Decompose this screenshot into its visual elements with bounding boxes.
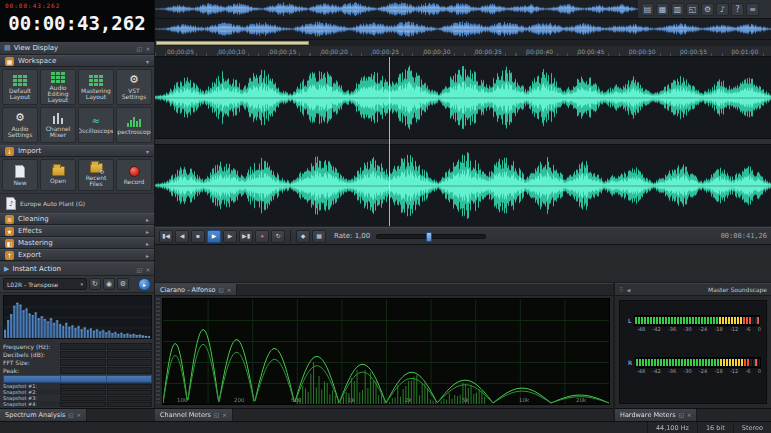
section-import[interactable]: ↓ Import ▾ xyxy=(0,145,154,157)
panel-window-buttons: ◱ × xyxy=(136,45,150,52)
skip-start-button[interactable]: ▮◀ xyxy=(159,230,173,243)
section-effects[interactable]: ★Effects▸ xyxy=(0,225,154,237)
recent-file-item[interactable]: Europe Auto Plant (G) xyxy=(0,193,154,213)
chevron-down-icon[interactable]: ▾ xyxy=(146,58,149,65)
snapshot-row[interactable]: Snapshot #4: xyxy=(3,401,152,407)
menu-icon[interactable]: ≡ xyxy=(746,3,759,16)
section-export[interactable]: ↑Export▸ xyxy=(0,249,154,261)
skip-end-button[interactable]: ▶▮ xyxy=(239,230,253,243)
workspace-item-default-layout[interactable]: Default Layout xyxy=(2,69,38,105)
import-item-record[interactable]: Record xyxy=(116,159,152,191)
settings-icon[interactable]: ⚙ xyxy=(701,3,714,16)
workspace-item-mastering-layout[interactable]: Mastering Layout xyxy=(78,69,114,105)
tab-hardware-meters[interactable]: Hardware Meters ◱ × xyxy=(615,409,697,421)
workspace-item-oscilloscope[interactable]: ≈Oscilloscope xyxy=(78,107,114,143)
window-layout-icon[interactable]: ◱ xyxy=(686,3,699,16)
apply-button[interactable]: ▸ xyxy=(138,278,151,291)
loop-button[interactable]: ↻ xyxy=(271,230,285,243)
rate-slider[interactable] xyxy=(376,234,486,239)
document-tab[interactable]: Ciarano - Alfonso ◱ × xyxy=(155,284,237,295)
scale-label: -12 xyxy=(730,368,738,374)
snap-button[interactable]: ▦ xyxy=(312,230,326,243)
playhead-cursor[interactable] xyxy=(389,57,390,226)
overview-waveform-top[interactable] xyxy=(155,0,638,19)
panel-drag-handle[interactable] xyxy=(156,298,160,403)
panel-drag-handle[interactable]: ⠿ xyxy=(619,286,623,293)
close-icon[interactable]: × xyxy=(77,412,82,418)
x-axis-label: 20k xyxy=(576,397,586,403)
mixer-view-icon[interactable]: ▥ xyxy=(671,3,684,16)
chevron-right-icon[interactable]: ▸ xyxy=(146,240,149,247)
section-mastering[interactable]: ◧Mastering▸ xyxy=(0,237,154,249)
spectrum-plot-canvas xyxy=(163,299,609,404)
rate-slider-thumb[interactable] xyxy=(426,232,432,242)
play-button[interactable]: ▶ xyxy=(207,230,221,243)
record-button[interactable]: ● xyxy=(255,230,269,243)
audio-icon[interactable]: ♪ xyxy=(716,3,729,16)
chevron-right-icon[interactable]: ▸ xyxy=(146,228,149,235)
grid-view-icon[interactable]: ▦ xyxy=(656,3,669,16)
recent-folder-icon xyxy=(90,163,103,173)
float-icon[interactable]: ◱ xyxy=(136,266,142,273)
chevron-down-icon[interactable]: ▾ xyxy=(146,148,149,155)
float-icon[interactable]: ◱ xyxy=(214,412,219,418)
hardware-meters-title: Master Soundscape xyxy=(708,286,767,293)
timeline-label: 00:00:05 xyxy=(167,48,194,55)
refresh-icon[interactable]: ↻ xyxy=(89,278,101,290)
settings-icon[interactable]: ⚙ xyxy=(117,278,129,290)
import-item-new[interactable]: New xyxy=(2,159,38,191)
view-display-tab[interactable]: ▤ View Display ◱ × xyxy=(0,42,154,55)
rewind-button[interactable]: ◀ xyxy=(175,230,189,243)
marker-button[interactable]: ◆ xyxy=(296,230,310,243)
import-item-recent-files[interactable]: Recent Files xyxy=(78,159,114,191)
workspace-item-audio-editing-layout[interactable]: Audio Editing Layout xyxy=(40,69,76,105)
scale-label: -36 xyxy=(668,368,676,374)
view-range-indicator[interactable] xyxy=(156,41,309,45)
chevron-left-icon[interactable]: ◀ xyxy=(626,287,630,293)
tab-channel-meters[interactable]: Channel Meters ◱ × xyxy=(155,409,233,421)
close-icon[interactable]: × xyxy=(145,266,150,273)
rate-label: Rate: 1,00 xyxy=(334,232,370,240)
preset-select[interactable]: L02R - Transpose ▾ xyxy=(3,278,87,290)
time-display: 00:00:43:262 00:00:43,262 xyxy=(0,0,155,42)
info-value xyxy=(60,343,106,350)
waveform-view-icon[interactable]: ▤ xyxy=(641,3,654,16)
tab-spectrum-analysis[interactable]: Spectrum Analysis ◱ × xyxy=(0,409,87,421)
float-icon[interactable]: ◱ xyxy=(136,45,142,52)
workspace-item-audio-settings[interactable]: ⚙Audio Settings xyxy=(2,107,38,143)
chevron-right-icon[interactable]: ▸ xyxy=(146,216,149,223)
instant-action-header[interactable]: ▶ Instant Action ◱ × xyxy=(0,263,154,276)
snapshot-value xyxy=(60,384,106,389)
float-icon[interactable]: ◱ xyxy=(68,412,73,418)
chevron-right-icon[interactable]: ▸ xyxy=(146,252,149,259)
fast-forward-button[interactable]: ▶ xyxy=(223,230,237,243)
snapshot-header-cell xyxy=(60,376,106,382)
timeline-ruler[interactable]: 00:00:0500:00:1000:00:1500:00:2000:00:25… xyxy=(155,46,771,57)
stop-button[interactable]: ■ xyxy=(191,230,205,243)
snapshot-icon[interactable]: ◉ xyxy=(103,278,115,290)
mixer-icon xyxy=(53,112,63,124)
close-icon[interactable]: × xyxy=(227,287,232,293)
status-item: 44,100 Hz xyxy=(647,422,697,433)
float-icon[interactable]: ◱ xyxy=(679,412,684,418)
waveform-channel-left[interactable] xyxy=(155,57,771,139)
float-icon[interactable]: ◱ xyxy=(219,287,224,293)
overview-waveform-nav[interactable] xyxy=(155,19,771,40)
close-icon[interactable]: × xyxy=(145,45,150,52)
close-icon[interactable]: × xyxy=(222,412,227,418)
workspace-icon: ▦ xyxy=(5,57,14,66)
import-item-open[interactable]: Open xyxy=(40,159,76,191)
hardware-meters-header: ⠿ ◀ Master Soundscape xyxy=(615,284,771,296)
timeline-label: 00:00:40 xyxy=(526,48,553,55)
x-axis-label: 1k xyxy=(348,397,355,403)
workspace-item-spectroscope[interactable]: Spectroscope xyxy=(116,107,152,143)
close-icon[interactable]: × xyxy=(687,412,692,418)
info-value xyxy=(107,367,153,374)
section-workspace[interactable]: ▦ Workspace ▾ xyxy=(0,55,154,67)
workspace-item-vst-settings[interactable]: ⚙VST Settings xyxy=(116,69,152,105)
waveform-channel-right[interactable] xyxy=(155,144,771,226)
help-icon[interactable]: ? xyxy=(731,3,744,16)
preset-tools: ↻◉⚙ xyxy=(89,278,129,290)
workspace-item-channel-mixer[interactable]: Channel Mixer xyxy=(40,107,76,143)
section-cleaning[interactable]: ≋Cleaning▸ xyxy=(0,213,154,225)
